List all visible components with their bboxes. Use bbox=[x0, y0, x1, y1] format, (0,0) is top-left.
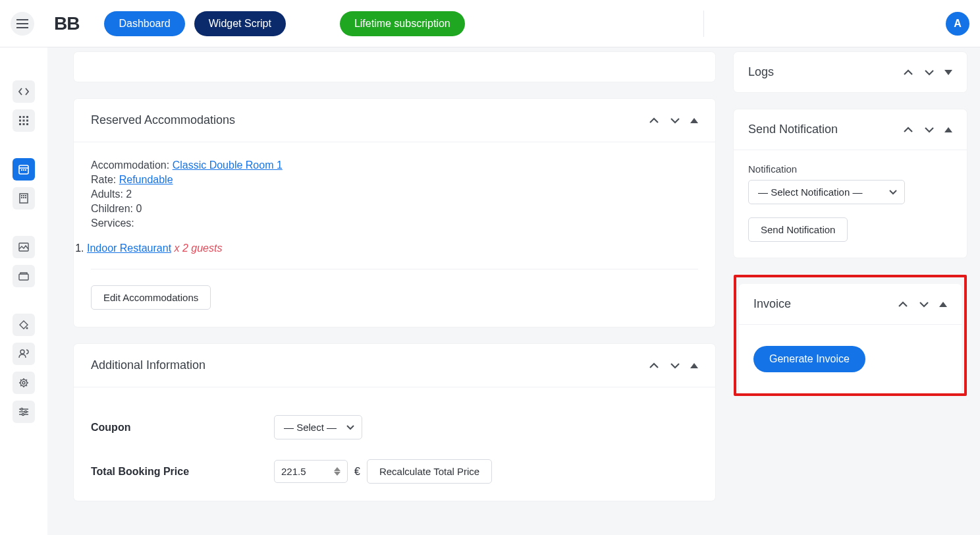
users-icon bbox=[18, 349, 29, 358]
edit-accommodations-button[interactable]: Edit Accommodations bbox=[91, 285, 211, 310]
menu-button[interactable] bbox=[11, 12, 34, 36]
logs-panel: Logs bbox=[734, 52, 967, 92]
svg-rect-5 bbox=[26, 120, 28, 122]
panel-down-icon[interactable] bbox=[923, 69, 935, 76]
coupon-label: Coupon bbox=[91, 422, 274, 434]
reserved-title: Reserved Accommodations bbox=[91, 113, 235, 127]
notification-title: Send Notification bbox=[748, 123, 838, 136]
panel-down-icon[interactable] bbox=[669, 117, 681, 125]
number-spinner[interactable] bbox=[334, 467, 340, 476]
grid-icon bbox=[19, 116, 28, 125]
panel-up-icon[interactable] bbox=[897, 300, 909, 308]
hamburger-icon bbox=[16, 19, 28, 28]
rate-line: Rate: Refundable bbox=[91, 174, 698, 186]
accommodation-link[interactable]: Classic Double Room 1 bbox=[173, 159, 283, 171]
rate-link[interactable]: Refundable bbox=[119, 174, 173, 185]
recalculate-button[interactable]: Recalculate Total Price bbox=[367, 459, 492, 484]
services-list: Indoor Restaurant x 2 guests bbox=[91, 242, 698, 254]
service-link[interactable]: Indoor Restaurant bbox=[87, 242, 171, 254]
top-header: BB Dashboard Widget Script Lifetime subs… bbox=[0, 0, 980, 47]
dashboard-button[interactable]: Dashboard bbox=[104, 11, 184, 36]
panel-down-icon[interactable] bbox=[669, 362, 681, 370]
svg-point-27 bbox=[25, 411, 27, 413]
svg-rect-19 bbox=[25, 197, 26, 198]
logo: BB bbox=[54, 13, 79, 34]
panel-stub bbox=[74, 52, 715, 82]
svg-rect-3 bbox=[19, 120, 21, 122]
sidebar-item-settings[interactable] bbox=[13, 372, 35, 394]
stack-icon bbox=[18, 271, 29, 281]
divider bbox=[91, 269, 698, 269]
sidebar-item-paint[interactable] bbox=[13, 314, 35, 336]
panel-collapse-icon[interactable] bbox=[690, 118, 698, 123]
sidebar-item-sliders[interactable] bbox=[13, 401, 35, 423]
additional-title: Additional Information bbox=[91, 358, 205, 372]
sidebar-item-building[interactable] bbox=[13, 187, 35, 210]
panel-up-icon[interactable] bbox=[902, 69, 914, 76]
accommodation-line: Accommodation: Classic Double Room 1 bbox=[91, 159, 698, 171]
invoice-title: Invoice bbox=[753, 297, 791, 311]
logs-title: Logs bbox=[748, 65, 774, 79]
panel-down-icon[interactable] bbox=[918, 300, 930, 308]
generate-invoice-button[interactable]: Generate Invoice bbox=[753, 346, 865, 372]
calendar-icon bbox=[18, 164, 29, 175]
panel-up-icon[interactable] bbox=[902, 126, 914, 134]
svg-point-23 bbox=[20, 350, 24, 354]
price-label: Total Booking Price bbox=[91, 466, 274, 478]
panel-down-icon[interactable] bbox=[923, 126, 935, 134]
additional-panel: Additional Information Coupon — Select — bbox=[74, 344, 715, 501]
widget-script-button[interactable]: Widget Script bbox=[194, 11, 286, 36]
sidebar-item-calendar[interactable] bbox=[13, 158, 35, 181]
sidebar-item-image[interactable] bbox=[13, 236, 35, 258]
sidebar-item-code[interactable] bbox=[13, 80, 35, 103]
image-icon bbox=[18, 242, 29, 252]
svg-rect-4 bbox=[23, 120, 25, 122]
coupon-select[interactable]: — Select — bbox=[274, 415, 362, 439]
notification-panel: Send Notification Notification — Select … bbox=[734, 109, 967, 258]
lifetime-button[interactable]: Lifetime subscription bbox=[340, 11, 465, 36]
sidebar-item-grid[interactable] bbox=[13, 109, 35, 132]
svg-rect-12 bbox=[25, 169, 26, 171]
svg-point-22 bbox=[26, 327, 28, 329]
panel-up-icon[interactable] bbox=[648, 362, 660, 370]
svg-point-28 bbox=[22, 414, 24, 416]
svg-rect-1 bbox=[23, 116, 25, 118]
code-icon bbox=[18, 88, 29, 96]
chevron-down-icon bbox=[346, 424, 355, 431]
svg-rect-10 bbox=[21, 169, 22, 171]
svg-rect-11 bbox=[23, 169, 24, 171]
svg-rect-18 bbox=[23, 197, 24, 198]
svg-rect-17 bbox=[21, 197, 22, 198]
paint-icon bbox=[18, 320, 29, 330]
svg-rect-14 bbox=[21, 195, 22, 196]
panel-collapse-icon[interactable] bbox=[939, 302, 947, 307]
svg-rect-2 bbox=[26, 116, 28, 118]
panel-expand-icon[interactable] bbox=[944, 70, 952, 75]
invoice-panel: Invoice Generate Invoice bbox=[739, 284, 962, 393]
svg-point-25 bbox=[22, 381, 25, 384]
panel-collapse-icon[interactable] bbox=[690, 363, 698, 368]
sidebar bbox=[0, 47, 47, 535]
panel-up-icon[interactable] bbox=[648, 117, 660, 125]
svg-rect-6 bbox=[19, 123, 21, 125]
service-item: Indoor Restaurant x 2 guests bbox=[87, 242, 698, 254]
invoice-highlight: Invoice Generate Invoice bbox=[734, 275, 967, 396]
svg-rect-21 bbox=[19, 274, 28, 280]
svg-rect-0 bbox=[19, 116, 21, 118]
send-notification-button[interactable]: Send Notification bbox=[748, 217, 848, 242]
chevron-down-icon bbox=[888, 189, 898, 196]
service-note: x 2 guests bbox=[175, 242, 223, 254]
svg-rect-15 bbox=[23, 195, 24, 196]
sidebar-item-users[interactable] bbox=[13, 343, 35, 365]
header-divider bbox=[703, 11, 704, 37]
sliders-icon bbox=[18, 407, 29, 416]
svg-rect-7 bbox=[23, 123, 25, 125]
adults-line: Adults: 2 bbox=[91, 188, 698, 200]
notification-select[interactable]: — Select Notification — bbox=[748, 180, 905, 204]
price-input[interactable]: 221.5 bbox=[274, 460, 348, 483]
services-label: Services: bbox=[91, 217, 698, 229]
panel-collapse-icon[interactable] bbox=[944, 127, 952, 132]
svg-rect-8 bbox=[26, 123, 28, 125]
avatar[interactable]: A bbox=[946, 12, 969, 36]
sidebar-item-layers[interactable] bbox=[13, 265, 35, 287]
